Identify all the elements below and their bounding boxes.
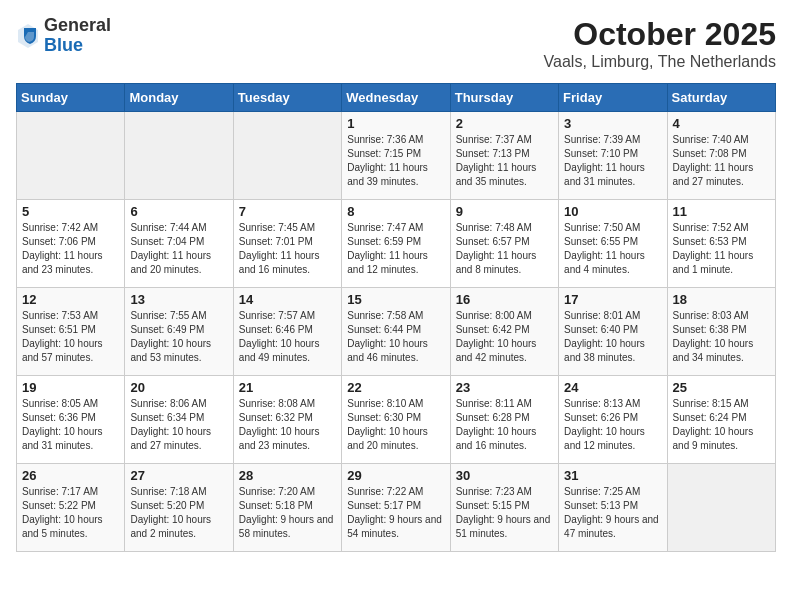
calendar-cell: 15Sunrise: 7:58 AM Sunset: 6:44 PM Dayli…	[342, 288, 450, 376]
calendar-cell: 18Sunrise: 8:03 AM Sunset: 6:38 PM Dayli…	[667, 288, 775, 376]
logo-text: General Blue	[44, 16, 111, 56]
calendar-week-row-1: 1Sunrise: 7:36 AM Sunset: 7:15 PM Daylig…	[17, 112, 776, 200]
day-info: Sunrise: 8:01 AM Sunset: 6:40 PM Dayligh…	[564, 309, 661, 365]
calendar-cell: 4Sunrise: 7:40 AM Sunset: 7:08 PM Daylig…	[667, 112, 775, 200]
day-number: 6	[130, 204, 227, 219]
day-info: Sunrise: 7:57 AM Sunset: 6:46 PM Dayligh…	[239, 309, 336, 365]
calendar-header-sunday: Sunday	[17, 84, 125, 112]
day-number: 24	[564, 380, 661, 395]
day-info: Sunrise: 8:08 AM Sunset: 6:32 PM Dayligh…	[239, 397, 336, 453]
day-info: Sunrise: 8:05 AM Sunset: 6:36 PM Dayligh…	[22, 397, 119, 453]
logo: General Blue	[16, 16, 111, 56]
calendar-cell: 6Sunrise: 7:44 AM Sunset: 7:04 PM Daylig…	[125, 200, 233, 288]
day-number: 19	[22, 380, 119, 395]
day-info: Sunrise: 7:17 AM Sunset: 5:22 PM Dayligh…	[22, 485, 119, 541]
calendar-cell: 11Sunrise: 7:52 AM Sunset: 6:53 PM Dayli…	[667, 200, 775, 288]
calendar-cell: 13Sunrise: 7:55 AM Sunset: 6:49 PM Dayli…	[125, 288, 233, 376]
calendar-cell: 28Sunrise: 7:20 AM Sunset: 5:18 PM Dayli…	[233, 464, 341, 552]
day-number: 5	[22, 204, 119, 219]
day-info: Sunrise: 8:00 AM Sunset: 6:42 PM Dayligh…	[456, 309, 553, 365]
day-info: Sunrise: 8:10 AM Sunset: 6:30 PM Dayligh…	[347, 397, 444, 453]
day-number: 29	[347, 468, 444, 483]
day-info: Sunrise: 8:11 AM Sunset: 6:28 PM Dayligh…	[456, 397, 553, 453]
day-info: Sunrise: 7:37 AM Sunset: 7:13 PM Dayligh…	[456, 133, 553, 189]
calendar-cell: 30Sunrise: 7:23 AM Sunset: 5:15 PM Dayli…	[450, 464, 558, 552]
day-info: Sunrise: 8:06 AM Sunset: 6:34 PM Dayligh…	[130, 397, 227, 453]
location-title: Vaals, Limburg, The Netherlands	[544, 53, 776, 71]
day-number: 28	[239, 468, 336, 483]
day-info: Sunrise: 7:23 AM Sunset: 5:15 PM Dayligh…	[456, 485, 553, 541]
logo-general-text: General	[44, 16, 111, 36]
day-number: 12	[22, 292, 119, 307]
day-info: Sunrise: 7:40 AM Sunset: 7:08 PM Dayligh…	[673, 133, 770, 189]
calendar-cell	[125, 112, 233, 200]
day-number: 18	[673, 292, 770, 307]
day-number: 9	[456, 204, 553, 219]
day-number: 25	[673, 380, 770, 395]
calendar-cell: 21Sunrise: 8:08 AM Sunset: 6:32 PM Dayli…	[233, 376, 341, 464]
day-info: Sunrise: 7:53 AM Sunset: 6:51 PM Dayligh…	[22, 309, 119, 365]
month-title: October 2025	[544, 16, 776, 53]
day-number: 15	[347, 292, 444, 307]
calendar-header-tuesday: Tuesday	[233, 84, 341, 112]
day-info: Sunrise: 7:18 AM Sunset: 5:20 PM Dayligh…	[130, 485, 227, 541]
calendar-cell: 2Sunrise: 7:37 AM Sunset: 7:13 PM Daylig…	[450, 112, 558, 200]
day-info: Sunrise: 7:50 AM Sunset: 6:55 PM Dayligh…	[564, 221, 661, 277]
calendar-header-wednesday: Wednesday	[342, 84, 450, 112]
day-number: 16	[456, 292, 553, 307]
day-info: Sunrise: 7:45 AM Sunset: 7:01 PM Dayligh…	[239, 221, 336, 277]
day-number: 14	[239, 292, 336, 307]
calendar-header-thursday: Thursday	[450, 84, 558, 112]
day-info: Sunrise: 7:47 AM Sunset: 6:59 PM Dayligh…	[347, 221, 444, 277]
day-number: 10	[564, 204, 661, 219]
page-header: General Blue October 2025 Vaals, Limburg…	[16, 16, 776, 71]
calendar-cell: 1Sunrise: 7:36 AM Sunset: 7:15 PM Daylig…	[342, 112, 450, 200]
calendar-header-monday: Monday	[125, 84, 233, 112]
day-info: Sunrise: 7:20 AM Sunset: 5:18 PM Dayligh…	[239, 485, 336, 541]
day-number: 26	[22, 468, 119, 483]
day-number: 27	[130, 468, 227, 483]
calendar-cell: 9Sunrise: 7:48 AM Sunset: 6:57 PM Daylig…	[450, 200, 558, 288]
day-number: 23	[456, 380, 553, 395]
calendar-cell: 31Sunrise: 7:25 AM Sunset: 5:13 PM Dayli…	[559, 464, 667, 552]
calendar-week-row-4: 19Sunrise: 8:05 AM Sunset: 6:36 PM Dayli…	[17, 376, 776, 464]
calendar-cell: 16Sunrise: 8:00 AM Sunset: 6:42 PM Dayli…	[450, 288, 558, 376]
day-info: Sunrise: 8:13 AM Sunset: 6:26 PM Dayligh…	[564, 397, 661, 453]
day-number: 4	[673, 116, 770, 131]
calendar-week-row-2: 5Sunrise: 7:42 AM Sunset: 7:06 PM Daylig…	[17, 200, 776, 288]
calendar-header-row: SundayMondayTuesdayWednesdayThursdayFrid…	[17, 84, 776, 112]
day-number: 21	[239, 380, 336, 395]
day-number: 30	[456, 468, 553, 483]
day-number: 3	[564, 116, 661, 131]
day-number: 11	[673, 204, 770, 219]
day-number: 22	[347, 380, 444, 395]
calendar-cell	[233, 112, 341, 200]
day-info: Sunrise: 7:36 AM Sunset: 7:15 PM Dayligh…	[347, 133, 444, 189]
calendar-cell: 20Sunrise: 8:06 AM Sunset: 6:34 PM Dayli…	[125, 376, 233, 464]
calendar-cell: 23Sunrise: 8:11 AM Sunset: 6:28 PM Dayli…	[450, 376, 558, 464]
day-number: 13	[130, 292, 227, 307]
day-number: 31	[564, 468, 661, 483]
day-number: 17	[564, 292, 661, 307]
calendar-cell: 17Sunrise: 8:01 AM Sunset: 6:40 PM Dayli…	[559, 288, 667, 376]
calendar-cell: 8Sunrise: 7:47 AM Sunset: 6:59 PM Daylig…	[342, 200, 450, 288]
calendar-cell	[17, 112, 125, 200]
calendar-cell: 12Sunrise: 7:53 AM Sunset: 6:51 PM Dayli…	[17, 288, 125, 376]
day-number: 8	[347, 204, 444, 219]
day-info: Sunrise: 7:55 AM Sunset: 6:49 PM Dayligh…	[130, 309, 227, 365]
calendar-week-row-3: 12Sunrise: 7:53 AM Sunset: 6:51 PM Dayli…	[17, 288, 776, 376]
day-number: 1	[347, 116, 444, 131]
calendar-cell: 24Sunrise: 8:13 AM Sunset: 6:26 PM Dayli…	[559, 376, 667, 464]
calendar-cell: 14Sunrise: 7:57 AM Sunset: 6:46 PM Dayli…	[233, 288, 341, 376]
day-info: Sunrise: 7:39 AM Sunset: 7:10 PM Dayligh…	[564, 133, 661, 189]
day-number: 20	[130, 380, 227, 395]
day-info: Sunrise: 7:42 AM Sunset: 7:06 PM Dayligh…	[22, 221, 119, 277]
day-info: Sunrise: 7:58 AM Sunset: 6:44 PM Dayligh…	[347, 309, 444, 365]
calendar-cell: 10Sunrise: 7:50 AM Sunset: 6:55 PM Dayli…	[559, 200, 667, 288]
logo-blue-text: Blue	[44, 36, 111, 56]
calendar-cell: 7Sunrise: 7:45 AM Sunset: 7:01 PM Daylig…	[233, 200, 341, 288]
calendar-cell: 19Sunrise: 8:05 AM Sunset: 6:36 PM Dayli…	[17, 376, 125, 464]
day-info: Sunrise: 7:52 AM Sunset: 6:53 PM Dayligh…	[673, 221, 770, 277]
title-block: October 2025 Vaals, Limburg, The Netherl…	[544, 16, 776, 71]
day-number: 7	[239, 204, 336, 219]
